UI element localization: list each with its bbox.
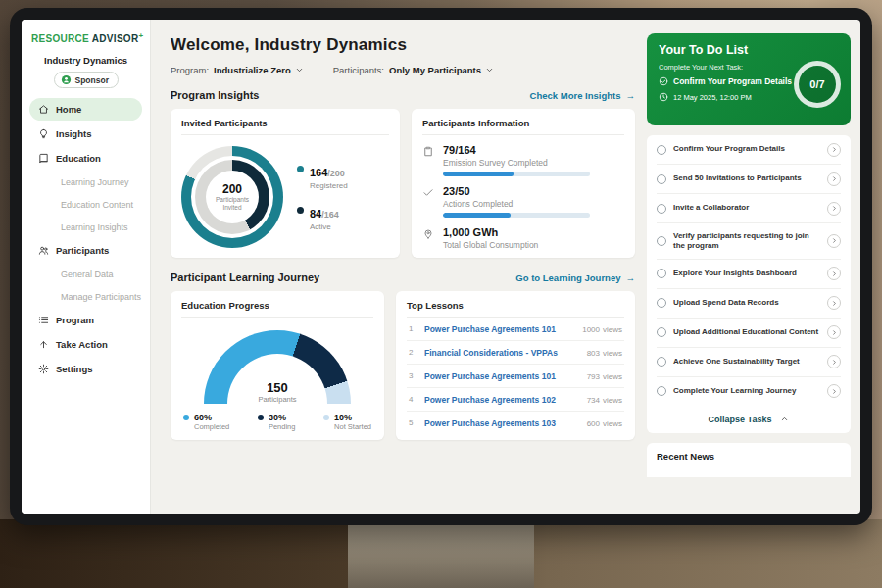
task-checkbox[interactable] bbox=[657, 145, 666, 155]
program-filter-label: Program: bbox=[171, 65, 209, 75]
task-open-button[interactable] bbox=[827, 202, 841, 216]
task-row-achieve-target[interactable]: Achieve One Sustainability Target bbox=[657, 348, 841, 377]
lesson-link[interactable]: Power Purchase Agreements 101 bbox=[424, 324, 571, 334]
sidebar-item-learning-journey[interactable]: Learning Journey bbox=[29, 172, 142, 192]
program-filter[interactable]: Program: Industrialize Zero bbox=[171, 65, 304, 75]
lesson-rank: 3 bbox=[409, 371, 416, 380]
sidebar-item-education[interactable]: Education bbox=[29, 147, 142, 170]
stat-emission-survey: 79/164 Emission Survey Completed bbox=[422, 144, 624, 176]
task-open-button[interactable] bbox=[827, 296, 841, 310]
lesson-link[interactable]: Power Purchase Agreements 101 bbox=[424, 371, 576, 381]
sidebar-item-label: Education bbox=[56, 153, 101, 164]
task-row-send-invitations[interactable]: Send 50 Invitations to Participants bbox=[657, 165, 841, 194]
filter-bar: Program: Industrialize Zero Participants… bbox=[171, 65, 635, 75]
legend-dot bbox=[297, 207, 304, 214]
task-checkbox[interactable] bbox=[657, 269, 666, 278]
book-icon bbox=[38, 153, 49, 164]
task-open-button[interactable] bbox=[827, 234, 841, 248]
donut-center: 200 Participants Invited bbox=[206, 171, 259, 223]
chevron-down-icon bbox=[485, 66, 494, 74]
lesson-row: 4 Power Purchase Agreements 102 734views bbox=[407, 388, 624, 412]
sidebar-item-take-action[interactable]: Take Action bbox=[29, 333, 142, 356]
task-checkbox[interactable] bbox=[657, 204, 666, 214]
gear-icon bbox=[38, 364, 49, 374]
sidebar-item-manage-participants[interactable]: Manage Participants bbox=[29, 286, 142, 307]
task-row-verify-participants[interactable]: Verify participants requesting to join t… bbox=[657, 223, 841, 260]
task-checkbox[interactable] bbox=[657, 386, 666, 396]
chevron-down-icon bbox=[295, 66, 304, 74]
legend-item-registered: 164/200 Registered bbox=[297, 163, 348, 190]
arrow-right-icon: → bbox=[626, 272, 636, 283]
sidebar-item-home[interactable]: Home bbox=[29, 98, 142, 121]
emission-progress-bar bbox=[443, 172, 590, 176]
task-checkbox[interactable] bbox=[657, 174, 666, 184]
chevron-right-icon bbox=[831, 359, 838, 366]
program-insights-header: Program Insights Check More Insights → bbox=[171, 89, 635, 101]
sidebar-item-insights[interactable]: Insights bbox=[29, 122, 142, 145]
collapse-tasks-button[interactable]: Collapse Tasks bbox=[657, 406, 841, 433]
arrow-up-icon bbox=[38, 339, 49, 350]
lesson-link[interactable]: Financial Considerations - VPPAs bbox=[424, 348, 576, 358]
task-row-upload-educational-content[interactable]: Upload Additional Educational Content bbox=[657, 318, 841, 348]
task-checkbox[interactable] bbox=[657, 298, 666, 308]
legend-item-active: 84/164 Active bbox=[297, 204, 348, 231]
task-open-button[interactable] bbox=[827, 172, 841, 186]
card-title: Education Progress bbox=[181, 300, 373, 318]
legend-dot bbox=[297, 166, 304, 172]
donut-outer-ring: 200 Participants Invited bbox=[181, 146, 283, 248]
sidebar-item-label: Settings bbox=[56, 364, 92, 374]
progress-fill bbox=[443, 172, 514, 176]
check-more-insights-link[interactable]: Check More Insights → bbox=[530, 90, 635, 101]
chevron-right-icon bbox=[831, 146, 838, 153]
sidebar-item-learning-insights[interactable]: Learning Insights bbox=[29, 217, 142, 237]
card-title: Participants Information bbox=[422, 118, 624, 135]
lesson-row: 2 Financial Considerations - VPPAs 803vi… bbox=[407, 341, 624, 365]
task-row-invite-collaborator[interactable]: Invite a Collaborator bbox=[657, 194, 841, 223]
lesson-row: 3 Power Purchase Agreements 101 793views bbox=[407, 365, 624, 388]
task-row-upload-spend-data[interactable]: Upload Spend Data Records bbox=[657, 289, 841, 318]
lesson-row: 1 Power Purchase Agreements 101 1000view… bbox=[407, 318, 624, 341]
participants-filter[interactable]: Participants: Only My Participants bbox=[333, 65, 494, 75]
sidebar-item-settings[interactable]: Settings bbox=[29, 358, 142, 380]
insights-cards-row: Invited Participants 200 Participants In… bbox=[171, 109, 635, 258]
task-row-complete-learning-journey[interactable]: Complete Your Learning Journey bbox=[657, 377, 841, 406]
go-to-learning-journey-link[interactable]: Go to Learning Journey → bbox=[515, 272, 635, 283]
legend-item-pending: 30% Pending bbox=[258, 413, 296, 431]
task-row-explore-insights[interactable]: Explore Your Insights Dashboard bbox=[657, 260, 841, 289]
legend-dot bbox=[323, 415, 329, 420]
todo-hero-card: Your To Do List Complete Your Next Task:… bbox=[647, 33, 851, 125]
lesson-views: 734 bbox=[587, 396, 600, 405]
task-checkbox[interactable] bbox=[657, 236, 666, 246]
lesson-link[interactable]: Power Purchase Agreements 103 bbox=[424, 418, 576, 428]
monitor-bezel: RESOURCE ADVISOR+ Industry Dynamics Spon… bbox=[10, 8, 872, 525]
task-checkbox[interactable] bbox=[657, 357, 666, 367]
sidebar-item-participants[interactable]: Participants bbox=[29, 239, 142, 262]
todo-task-list: Confirm Your Program Details Send 50 Inv… bbox=[647, 135, 851, 433]
chevron-right-icon bbox=[831, 300, 838, 307]
sidebar-item-program[interactable]: Program bbox=[29, 309, 142, 331]
task-checkbox[interactable] bbox=[657, 327, 666, 337]
chevron-right-icon bbox=[831, 388, 838, 395]
stat-actions-completed: 23/50 Actions Completed bbox=[422, 185, 624, 218]
stat-global-consumption: 1,000 GWh Total Global Consumption bbox=[422, 226, 624, 250]
task-open-button[interactable] bbox=[827, 325, 841, 339]
logo-advisor: ADVISOR bbox=[92, 33, 139, 44]
task-open-button[interactable] bbox=[827, 384, 841, 398]
lesson-link[interactable]: Power Purchase Agreements 102 bbox=[424, 395, 576, 405]
task-open-button[interactable] bbox=[827, 267, 841, 280]
task-open-button[interactable] bbox=[827, 143, 841, 157]
task-open-button[interactable] bbox=[827, 355, 841, 368]
list-icon bbox=[38, 315, 49, 325]
legend-dot bbox=[183, 415, 189, 420]
sidebar-item-general-data[interactable]: General Data bbox=[29, 264, 142, 284]
sponsor-badge: Sponsor bbox=[54, 72, 119, 88]
recent-news-card: Recent News bbox=[647, 443, 851, 477]
org-name: Industry Dynamics bbox=[29, 55, 142, 66]
education-gauge-chart: 150 Participants bbox=[204, 330, 351, 404]
participants-filter-value: Only My Participants bbox=[389, 65, 481, 75]
arrow-right-icon: → bbox=[626, 90, 636, 101]
lesson-views: 793 bbox=[587, 372, 600, 381]
sidebar-item-education-content[interactable]: Education Content bbox=[29, 194, 142, 215]
task-row-confirm-program[interactable]: Confirm Your Program Details bbox=[657, 135, 841, 165]
monitor-stand bbox=[348, 517, 534, 588]
